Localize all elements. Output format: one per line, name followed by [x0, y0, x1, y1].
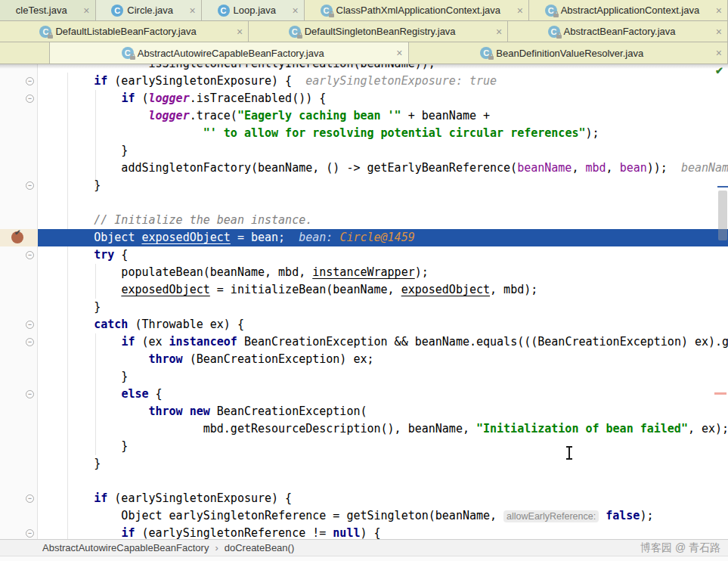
tab-defaultlistablebeanfactory-java[interactable]: CDefaultListableBeanFactory.java× — [0, 21, 249, 42]
lock-icon — [48, 35, 53, 39]
code-line-11[interactable]: try { — [0, 246, 728, 264]
code-line-12[interactable]: populateBean(beanName, mbd, instanceWrap… — [0, 264, 728, 281]
status-strip — [0, 556, 728, 561]
token-hint: beanNam — [681, 161, 728, 175]
breadcrumb-method[interactable]: doCreateBean() — [225, 542, 295, 553]
fold-marker-icon[interactable]: − — [26, 338, 34, 346]
fold-marker-icon[interactable]: − — [26, 77, 34, 85]
token-str: "Initialization of bean failed" — [476, 422, 688, 435]
inspection-ok-icon[interactable]: ✔ — [715, 65, 723, 76]
token-kw: instanceof — [169, 335, 237, 349]
fold-marker-icon[interactable]: − — [26, 95, 34, 103]
scrollbar-current-line-mark[interactable] — [717, 186, 728, 188]
tab-circle-java[interactable]: CCircle.java× — [96, 0, 202, 20]
code-line-0[interactable]: isSingletonCurrentlyInCreation(beanName)… — [0, 64, 728, 73]
tab-label: cleTest.java — [16, 5, 67, 16]
code-line-24[interactable] — [0, 473, 728, 490]
token-kw: if — [94, 74, 107, 88]
class-locked-icon: C — [122, 47, 134, 59]
fold-marker-icon[interactable]: − — [26, 529, 34, 538]
code-line-21[interactable]: mbd.getResourceDescription(), beanName, … — [0, 420, 728, 438]
code-line-26[interactable]: Object earlySingletonReference = getSing… — [0, 507, 728, 525]
fold-marker-icon[interactable]: − — [26, 251, 34, 259]
close-icon[interactable]: × — [716, 48, 722, 58]
token-p: Object — [39, 231, 141, 244]
token-hintv: Circle@1459 — [339, 231, 414, 244]
code-line-6[interactable]: addSingletonFactory(beanName, () -> getE… — [0, 160, 728, 177]
tab-abstractapplicationcontext-java[interactable]: CAbstractApplicationContext.java× — [529, 0, 728, 20]
close-icon[interactable]: × — [237, 26, 243, 37]
token-ul: exposedObject — [141, 231, 230, 244]
code-line-5[interactable]: } — [0, 142, 728, 160]
close-icon[interactable]: × — [396, 48, 402, 58]
token-p: { — [114, 248, 128, 262]
tab-label: AbstractBeanFactory.java — [564, 26, 676, 37]
token-p — [39, 126, 203, 140]
token-p: = initializeBean(beanName, — [210, 283, 401, 296]
token-p — [39, 74, 94, 88]
code-line-1[interactable]: if (earlySingletonExposure) { earlySingl… — [0, 73, 728, 90]
code-line-14[interactable]: } — [0, 299, 728, 316]
code-line-9[interactable]: // Initialize the bean instance. — [0, 212, 728, 229]
tab-loop-java[interactable]: CLoop.java× — [202, 0, 305, 20]
tab-beandefinitionvalueresolver-java[interactable]: CBeanDefinitionValueResolver.java× — [409, 42, 728, 64]
class-locked-icon: C — [548, 26, 560, 38]
code-line-13[interactable]: exposedObject = initializeBean(beanName,… — [0, 281, 728, 299]
token-ul: instanceWrapper — [312, 265, 414, 279]
mouse-cursor-ibeam-icon — [565, 446, 573, 460]
code-line-16[interactable]: if (ex instanceof BeanCreationException … — [0, 333, 728, 351]
code-line-10[interactable]: Object exposedObject = bean; bean: Circl… — [0, 229, 728, 246]
close-icon[interactable]: × — [83, 5, 89, 16]
breadcrumb-class[interactable]: AbstractAutowireCapableBeanFactory — [42, 542, 209, 553]
class-locked-icon: C — [289, 26, 301, 38]
tab-label: AbstractAutowireCapableBeanFactory.java — [138, 48, 324, 59]
code-line-8[interactable] — [0, 194, 728, 212]
close-icon[interactable]: × — [190, 5, 196, 16]
code-line-23[interactable]: } — [0, 455, 728, 473]
tab-abstractbeanfactory-java[interactable]: CAbstractBeanFactory.java× — [508, 21, 728, 42]
token-p: addSingletonFactory(beanName, () -> getE… — [39, 161, 517, 175]
close-icon[interactable]: × — [293, 5, 299, 16]
fold-marker-icon[interactable]: − — [26, 321, 34, 329]
fold-marker-icon[interactable]: − — [26, 181, 34, 190]
tab-row: CDefaultListableBeanFactory.java×CDefaul… — [0, 21, 728, 42]
token-p: , ex); — [688, 422, 728, 435]
token-p: } — [39, 300, 101, 314]
code-line-27[interactable]: if (earlySingletonReference != null) { — [0, 525, 728, 539]
code-line-18[interactable]: } — [0, 368, 728, 386]
token-p: } — [39, 144, 128, 157]
close-icon[interactable]: × — [496, 26, 502, 37]
fold-marker-icon[interactable]: − — [26, 494, 34, 503]
token-kw: throw — [149, 352, 183, 366]
code-line-22[interactable]: } — [0, 438, 728, 455]
breakpoint-icon[interactable]: ✔ — [11, 231, 23, 243]
close-icon[interactable]: × — [716, 26, 722, 37]
scrollbar-thumb[interactable] — [718, 191, 727, 240]
token-p: } — [39, 178, 101, 192]
fold-marker-icon[interactable]: − — [26, 390, 34, 398]
code-line-15[interactable]: catch (Throwable ex) { — [0, 316, 728, 333]
code-line-7[interactable]: } — [0, 177, 728, 194]
close-icon[interactable]: × — [716, 5, 722, 16]
code-editor[interactable]: isSingletonCurrentlyInCreation(beanName)… — [0, 64, 728, 539]
code-line-17[interactable]: throw (BeanCreationException) ex; — [0, 351, 728, 368]
token-p: )); — [647, 161, 681, 175]
token-p: (Throwable ex) { — [128, 318, 244, 331]
code-line-2[interactable]: if (logger.isTraceEnabled()) { — [0, 90, 728, 107]
code-line-4[interactable]: "' to allow for resolving potential circ… — [0, 125, 728, 142]
token-p — [39, 283, 121, 296]
code-line-25[interactable]: if (earlySingletonExposure) { — [0, 490, 728, 507]
error-stripe-mark[interactable] — [714, 392, 726, 395]
tab-defaultsingletonbeanregistry-java[interactable]: CDefaultSingletonBeanRegistry.java× — [249, 21, 508, 42]
close-icon[interactable]: × — [517, 5, 523, 16]
tab-bar-spacer — [0, 42, 50, 64]
tab-abstractautowirecapablebeanfactory-java[interactable]: CAbstractAutowireCapableBeanFactory.java… — [50, 42, 409, 64]
token-com: // Initialize the bean instance. — [94, 213, 312, 227]
code-line-20[interactable]: throw new BeanCreationException( — [0, 403, 728, 420]
code-line-19[interactable]: else { — [0, 386, 728, 403]
code-line-3[interactable]: logger.trace("Eagerly caching bean '" + … — [0, 107, 728, 125]
tab-label: Loop.java — [234, 5, 276, 16]
tab-cletest-java[interactable]: cleTest.java× — [0, 0, 96, 20]
token-p — [39, 526, 121, 539]
tab-classpathxmlapplicationcontext-java[interactable]: CClassPathXmlApplicationContext.java× — [305, 0, 529, 20]
